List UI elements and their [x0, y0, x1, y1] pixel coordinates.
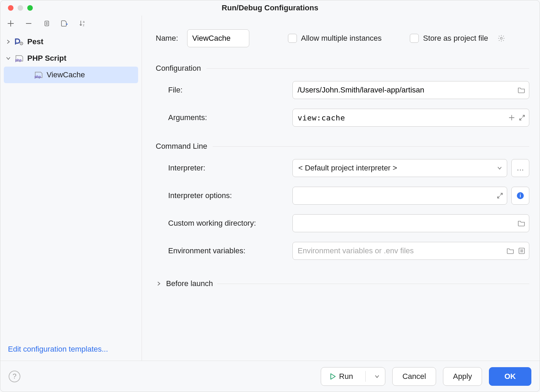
- commandline-section-header: Command Line: [156, 142, 529, 151]
- run-label: Run: [339, 372, 353, 381]
- zoom-window-button[interactable]: [27, 5, 33, 11]
- chevron-right-icon: [5, 40, 11, 44]
- before-launch-section[interactable]: Before launch: [156, 279, 529, 288]
- interpreter-options-row: i: [292, 187, 529, 205]
- sidebar-toolbar: az: [0, 16, 142, 31]
- env-input-wrap: [292, 242, 529, 260]
- store-project-file-label: Store as project file: [423, 34, 488, 43]
- tree-node-viewcache[interactable]: php ViewCache: [4, 67, 138, 83]
- before-launch-label: Before launch: [166, 279, 213, 288]
- svg-text:php: php: [15, 58, 21, 62]
- allow-multiple-checkbox[interactable]: Allow multiple instances: [288, 34, 382, 43]
- save-configuration-button[interactable]: [60, 19, 69, 28]
- list-icon[interactable]: [518, 247, 525, 254]
- file-label: File:: [168, 86, 292, 95]
- ok-button[interactable]: OK: [489, 367, 531, 386]
- help-button[interactable]: ?: [9, 371, 20, 382]
- cwd-input[interactable]: [292, 214, 529, 232]
- checkbox-box: [288, 34, 297, 43]
- sort-alpha-button[interactable]: az: [78, 19, 87, 28]
- split-divider: [365, 371, 366, 382]
- svg-point-6: [500, 37, 502, 39]
- name-row: Name: Allow multiple instances Store as …: [156, 29, 529, 47]
- section-divider: [213, 146, 529, 147]
- arguments-input-wrap: [292, 109, 529, 127]
- interpreter-options-input[interactable]: [292, 187, 507, 205]
- expand-icon[interactable]: [497, 193, 503, 199]
- arguments-input[interactable]: [292, 109, 529, 127]
- section-divider: [206, 68, 529, 69]
- pest-icon: [14, 38, 25, 45]
- add-configuration-button[interactable]: [7, 19, 15, 28]
- window-title: Run/Debug Configurations: [0, 3, 540, 12]
- sidebar: az Pest ph: [0, 16, 142, 361]
- tree-node-label: ViewCache: [47, 70, 85, 79]
- file-input[interactable]: [292, 81, 529, 99]
- run-button[interactable]: Run: [321, 368, 362, 385]
- tree-node-label: Pest: [27, 37, 43, 46]
- section-divider: [217, 284, 529, 284]
- minimize-window-button[interactable]: [18, 5, 23, 11]
- copy-configuration-button[interactable]: [42, 19, 51, 28]
- name-label: Name:: [156, 34, 178, 43]
- name-input[interactable]: [187, 29, 249, 47]
- gear-icon[interactable]: [497, 34, 505, 42]
- expand-icon[interactable]: [519, 115, 525, 121]
- interpreter-label: Interpreter:: [168, 164, 292, 173]
- chevron-down-icon: [5, 56, 11, 60]
- checkbox-box: [410, 34, 419, 43]
- interpreter-options-label: Interpreter options:: [168, 191, 292, 200]
- configuration-section-header: Configuration: [156, 64, 529, 73]
- browse-folder-icon[interactable]: [518, 220, 525, 227]
- store-project-file-checkbox[interactable]: Store as project file: [410, 34, 488, 43]
- browse-folder-icon[interactable]: [518, 87, 525, 94]
- dialog-footer: ? Run Cancel Apply OK: [0, 361, 540, 392]
- body: az Pest ph: [0, 16, 540, 361]
- configuration-grid: File: Arguments:: [168, 81, 529, 127]
- ok-label: OK: [504, 372, 516, 381]
- env-input[interactable]: [292, 242, 529, 260]
- interpreter-row: < Default project interpreter > …: [292, 159, 529, 177]
- section-title: Configuration: [156, 64, 201, 73]
- cancel-button[interactable]: Cancel: [392, 367, 436, 386]
- info-button[interactable]: i: [511, 187, 529, 205]
- arguments-label: Arguments:: [168, 113, 292, 122]
- svg-text:php: php: [35, 75, 41, 79]
- apply-label: Apply: [453, 372, 472, 381]
- tree-node-label: PHP Script: [27, 54, 66, 63]
- interpreter-select[interactable]: < Default project interpreter >: [292, 159, 507, 177]
- interpreter-browse-button[interactable]: …: [511, 159, 529, 177]
- tree-node-php-script[interactable]: php PHP Script: [0, 50, 142, 67]
- sidebar-footer: Edit configuration templates...: [0, 338, 142, 361]
- section-title: Command Line: [156, 142, 207, 151]
- add-icon[interactable]: [509, 115, 515, 121]
- php-script-icon: php: [33, 71, 44, 79]
- tree-node-pest[interactable]: Pest: [0, 33, 142, 50]
- apply-button[interactable]: Apply: [443, 367, 482, 386]
- chevron-down-icon: [497, 166, 502, 170]
- run-split-button[interactable]: Run: [321, 367, 385, 386]
- allow-multiple-label: Allow multiple instances: [301, 34, 382, 43]
- svg-text:i: i: [520, 193, 521, 198]
- window-controls: [8, 5, 33, 11]
- remove-configuration-button[interactable]: [25, 19, 33, 28]
- env-label: Environment variables:: [168, 246, 292, 255]
- run-dropdown-button[interactable]: [369, 368, 385, 385]
- cwd-input-wrap: [292, 214, 529, 232]
- cwd-label: Custom working directory:: [168, 219, 292, 228]
- play-icon: [330, 373, 336, 380]
- titlebar: Run/Debug Configurations: [0, 0, 540, 16]
- php-script-icon: php: [14, 55, 25, 62]
- svg-text:z: z: [83, 23, 85, 27]
- cancel-label: Cancel: [402, 372, 426, 381]
- close-window-button[interactable]: [8, 5, 13, 11]
- interpreter-value: < Default project interpreter >: [298, 164, 397, 173]
- main-panel: Name: Allow multiple instances Store as …: [142, 16, 540, 361]
- edit-templates-link[interactable]: Edit configuration templates...: [8, 345, 108, 353]
- file-input-wrap: [292, 81, 529, 99]
- browse-folder-icon[interactable]: [507, 247, 514, 254]
- chevron-right-icon: [156, 282, 162, 286]
- svg-text:a: a: [83, 20, 85, 23]
- run-debug-config-window: Run/Debug Configurations az: [0, 0, 540, 392]
- configuration-tree: Pest php PHP Script php View: [0, 31, 142, 338]
